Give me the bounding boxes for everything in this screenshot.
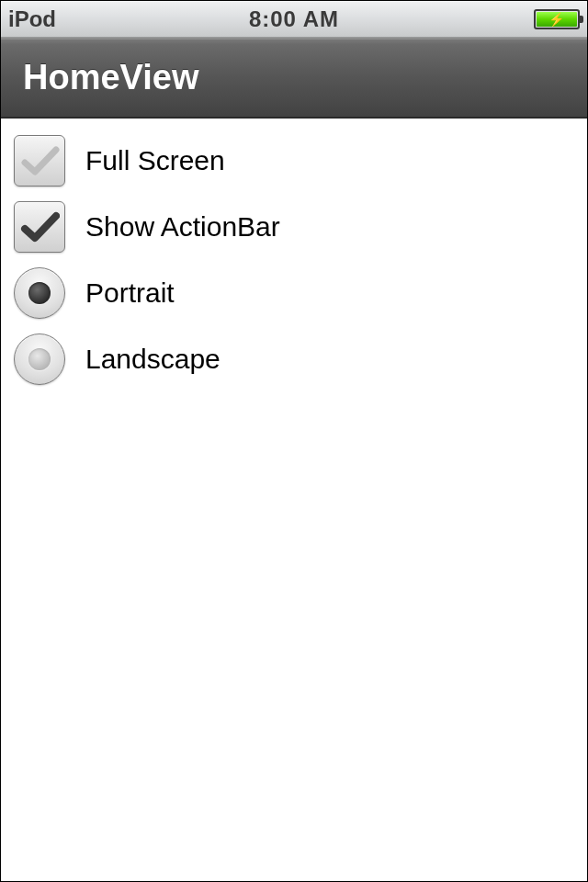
- radio-dot-selected-icon: [28, 282, 51, 304]
- option-show-actionbar: Show ActionBar: [14, 201, 574, 253]
- page-title: HomeView: [23, 58, 198, 97]
- landscape-radio[interactable]: [14, 334, 65, 385]
- portrait-label: Portrait: [85, 277, 175, 309]
- show-actionbar-label: Show ActionBar: [85, 211, 280, 243]
- checkmark-icon: [19, 141, 60, 181]
- checkmark-icon: [19, 207, 60, 247]
- landscape-label: Landscape: [85, 344, 220, 375]
- action-bar: HomeView: [1, 38, 587, 119]
- option-full-screen: Full Screen: [14, 135, 574, 187]
- full-screen-checkbox[interactable]: [14, 135, 65, 187]
- option-portrait: Portrait: [14, 267, 574, 319]
- clock-label: 8:00 AM: [198, 6, 389, 32]
- battery-indicator: ⚡: [390, 9, 580, 29]
- show-actionbar-checkbox[interactable]: [14, 201, 65, 253]
- charging-icon: ⚡: [548, 13, 564, 26]
- full-screen-label: Full Screen: [85, 145, 225, 176]
- content-area: Full Screen Show ActionBar Portrait Land…: [1, 119, 587, 416]
- battery-icon: ⚡: [534, 9, 580, 29]
- option-landscape: Landscape: [14, 334, 574, 385]
- portrait-radio[interactable]: [14, 267, 65, 319]
- device-label: iPod: [8, 6, 198, 32]
- radio-dot-unselected-icon: [28, 348, 51, 370]
- status-bar: iPod 8:00 AM ⚡: [1, 1, 587, 38]
